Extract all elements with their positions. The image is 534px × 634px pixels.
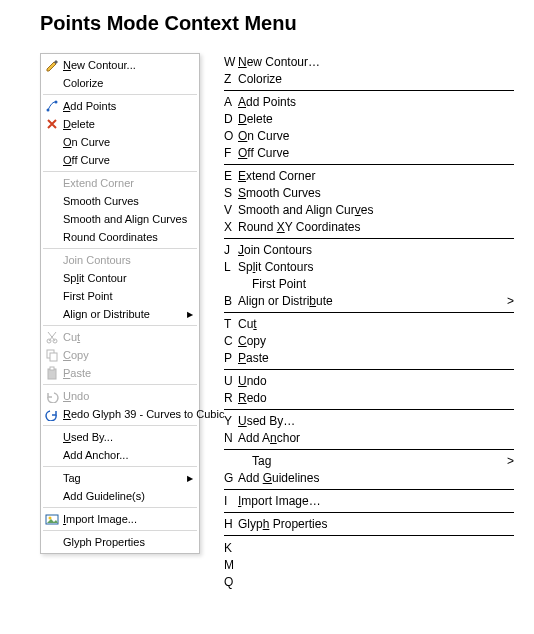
menuitem-label: Import Image...	[63, 513, 193, 525]
reference-row: WNew Contour…	[224, 54, 514, 71]
menuitem-delete[interactable]: Delete	[41, 115, 199, 133]
reference-key: T	[224, 316, 238, 333]
reference-row: BAlign or Distribute>	[224, 293, 514, 310]
context-menu: New Contour...ColorizeAdd PointsDeleteOn…	[40, 53, 200, 554]
reference-text: Glyph Properties	[238, 516, 514, 533]
copy-icon	[41, 348, 63, 362]
reference-text: Undo	[238, 373, 514, 390]
reference-group: WNew Contour…ZColorize	[224, 53, 514, 91]
menuitem-label: Add Points	[63, 100, 193, 112]
reference-key: N	[224, 430, 238, 447]
reference-row: LSplit Contours	[224, 259, 514, 276]
reference-text: New Contour…	[238, 54, 514, 71]
reference-key: X	[224, 219, 238, 236]
menu-separator	[43, 384, 197, 385]
menuitem-label: Copy	[63, 349, 193, 361]
menuitem-label: Extend Corner	[63, 177, 193, 189]
reference-text: Paste	[238, 350, 514, 367]
reference-key: L	[224, 259, 238, 276]
menuitem-label: Paste	[63, 367, 193, 379]
reference-row: JJoin Contours	[224, 242, 514, 259]
menuitem-glyph-properties[interactable]: Glyph Properties	[41, 533, 199, 551]
menuitem-colorize[interactable]: Colorize	[41, 74, 199, 92]
reference-row: NAdd Anchor	[224, 430, 514, 447]
menuitem-undo: Undo	[41, 387, 199, 405]
reference-key: Z	[224, 71, 238, 88]
reference-text: Align or Distribute	[238, 293, 501, 310]
reference-key: W	[224, 54, 238, 71]
reference-row: VSmooth and Align Curves	[224, 202, 514, 219]
redo-icon	[41, 407, 63, 421]
page-title: Points Mode Context Menu	[40, 12, 514, 35]
reference-row: OOn Curve	[224, 128, 514, 145]
reference-row: K	[224, 540, 514, 557]
reference-key: I	[224, 493, 238, 510]
reference-text: Delete	[238, 111, 514, 128]
menuitem-import-image[interactable]: Import Image...	[41, 510, 199, 528]
menuitem-new-contour[interactable]: New Contour...	[41, 56, 199, 74]
menu-separator	[43, 171, 197, 172]
menu-separator	[43, 466, 197, 467]
menuitem-align-or-distribute[interactable]: Align or Distribute▶	[41, 305, 199, 323]
reference-text: Import Image…	[238, 493, 514, 510]
menuitem-on-curve[interactable]: On Curve	[41, 133, 199, 151]
content-columns: New Contour...ColorizeAdd PointsDeleteOn…	[40, 53, 514, 591]
reference-group: TCutCCopyPPaste	[224, 315, 514, 370]
reference-key: S	[224, 185, 238, 202]
reference-text: Extend Corner	[238, 168, 514, 185]
menuitem-tag[interactable]: Tag▶	[41, 469, 199, 487]
cut-icon	[41, 330, 63, 344]
reference-row: AAdd Points	[224, 94, 514, 111]
menuitem-label: Smooth and Align Curves	[63, 213, 193, 225]
reference-row: FOff Curve	[224, 145, 514, 162]
reference-suffix: >	[501, 293, 514, 310]
reference-key: H	[224, 516, 238, 533]
menuitem-label: Tag	[63, 472, 183, 484]
menuitem-smooth-curves[interactable]: Smooth Curves	[41, 192, 199, 210]
reference-key	[224, 453, 238, 470]
addpoints-icon	[41, 99, 63, 113]
reference-row: EExtend Corner	[224, 168, 514, 185]
submenu-arrow-icon: ▶	[183, 310, 193, 319]
reference-text: Add Points	[238, 94, 514, 111]
menuitem-add-anchor[interactable]: Add Anchor...	[41, 446, 199, 464]
menuitem-round-coordinates[interactable]: Round Coordinates	[41, 228, 199, 246]
reference-key: M	[224, 557, 238, 574]
menuitem-used-by[interactable]: Used By...	[41, 428, 199, 446]
menuitem-label: Add Guideline(s)	[63, 490, 193, 502]
menuitem-redo-glyph-39-curves-to-cubic[interactable]: Redo Glyph 39 - Curves to Cubic	[41, 405, 199, 423]
reference-group: KMQ	[224, 538, 514, 591]
menu-separator	[43, 94, 197, 95]
reference-text: Off Curve	[238, 145, 514, 162]
menuitem-label: On Curve	[63, 136, 193, 148]
reference-row: TCut	[224, 316, 514, 333]
menuitem-add-guideline-s[interactable]: Add Guideline(s)	[41, 487, 199, 505]
menuitem-label: Glyph Properties	[63, 536, 193, 548]
reference-row: XRound XY Coordinates	[224, 219, 514, 236]
menuitem-split-contour[interactable]: Split Contour	[41, 269, 199, 287]
reference-row: PPaste	[224, 350, 514, 367]
menuitem-label: Split Contour	[63, 272, 193, 284]
menuitem-smooth-and-align-curves[interactable]: Smooth and Align Curves	[41, 210, 199, 228]
reference-key: J	[224, 242, 238, 259]
menuitem-label: Smooth Curves	[63, 195, 193, 207]
menuitem-label: Align or Distribute	[63, 308, 183, 320]
reference-group: Tag>GAdd Guidelines	[224, 452, 514, 490]
menuitem-label: Cut	[63, 331, 193, 343]
reference-key: B	[224, 293, 238, 310]
menuitem-label: Used By...	[63, 431, 193, 443]
reference-row: UUndo	[224, 373, 514, 390]
reference-key: R	[224, 390, 238, 407]
menuitem-off-curve[interactable]: Off Curve	[41, 151, 199, 169]
access-key-reference: WNew Contour…ZColorizeAAdd PointsDDelete…	[224, 53, 514, 591]
reference-key: Y	[224, 413, 238, 430]
reference-row: RRedo	[224, 390, 514, 407]
menuitem-label: Undo	[63, 390, 193, 402]
reference-group: JJoin ContoursLSplit ContoursFirst Point…	[224, 241, 514, 313]
menuitem-add-points[interactable]: Add Points	[41, 97, 199, 115]
menu-separator	[43, 248, 197, 249]
reference-group: UUndoRRedo	[224, 372, 514, 410]
menuitem-first-point[interactable]: First Point	[41, 287, 199, 305]
reference-row: HGlyph Properties	[224, 516, 514, 533]
reference-row: YUsed By…	[224, 413, 514, 430]
